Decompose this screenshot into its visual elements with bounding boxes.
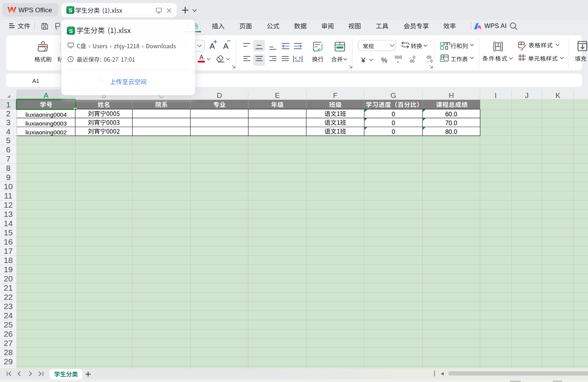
svg-text:J: J xyxy=(525,91,529,99)
svg-text:13: 13 xyxy=(4,210,13,218)
svg-text:4: 4 xyxy=(6,127,11,136)
svg-text:11: 11 xyxy=(4,191,13,200)
svg-text:9: 9 xyxy=(6,173,11,182)
svg-text:16: 16 xyxy=(4,237,13,246)
svg-text:I: I xyxy=(495,91,497,99)
svg-text:25: 25 xyxy=(4,320,13,329)
svg-text:6: 6 xyxy=(6,145,11,154)
svg-text:A: A xyxy=(223,41,229,50)
svg-text:12: 12 xyxy=(4,200,13,209)
svg-text:19: 19 xyxy=(4,265,13,274)
svg-text:7: 7 xyxy=(6,154,11,163)
svg-text:G: G xyxy=(391,91,396,99)
svg-text:A: A xyxy=(43,91,48,99)
svg-text:20: 20 xyxy=(4,274,13,283)
svg-text:E: E xyxy=(275,91,280,99)
svg-text:F: F xyxy=(333,91,338,99)
svg-text:%: % xyxy=(381,56,387,64)
svg-text:10: 10 xyxy=(4,182,13,191)
svg-text:28: 28 xyxy=(4,348,13,357)
svg-text:5: 5 xyxy=(6,136,11,145)
svg-text:15: 15 xyxy=(4,228,13,237)
svg-text:27: 27 xyxy=(4,339,13,347)
svg-text:,: , xyxy=(397,58,399,63)
svg-text:H: H xyxy=(449,91,454,99)
svg-text:26: 26 xyxy=(4,329,13,338)
svg-text:3: 3 xyxy=(6,118,11,127)
svg-text:¥: ¥ xyxy=(361,56,365,64)
svg-text:K: K xyxy=(555,91,560,99)
svg-text:21: 21 xyxy=(4,283,13,292)
svg-text:29: 29 xyxy=(4,357,13,366)
svg-text:24: 24 xyxy=(4,311,13,320)
svg-text:8: 8 xyxy=(6,164,11,172)
svg-text:22: 22 xyxy=(4,293,13,301)
svg-text:17: 17 xyxy=(4,246,13,255)
svg-text:18: 18 xyxy=(4,256,13,265)
svg-text:1: 1 xyxy=(6,100,11,109)
svg-text:A: A xyxy=(210,41,215,50)
svg-text:→·0: →·0 xyxy=(425,59,433,63)
svg-text:D: D xyxy=(217,91,222,99)
svg-text:2: 2 xyxy=(6,109,11,118)
svg-text:23: 23 xyxy=(4,302,13,311)
svg-text:·00: ·00 xyxy=(409,59,415,63)
svg-text:14: 14 xyxy=(4,219,13,228)
svg-text:A: A xyxy=(200,54,204,61)
